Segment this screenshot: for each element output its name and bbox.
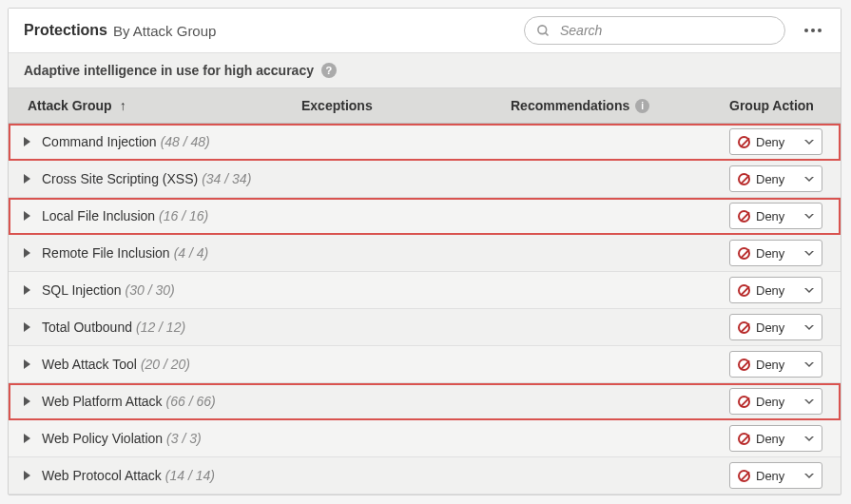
group-action-label: Deny — [756, 172, 784, 186]
more-menu-button[interactable] — [801, 25, 825, 36]
attack-group-cell[interactable]: Web Platform Attack(66 / 66) — [16, 388, 301, 415]
deny-icon — [738, 284, 750, 297]
attack-group-count: (3 / 3) — [166, 431, 202, 446]
attack-group-name: Web Attack Tool — [42, 357, 137, 372]
group-action-select[interactable]: Deny — [729, 128, 822, 155]
group-action-cell: Deny — [729, 462, 825, 489]
attack-group-cell[interactable]: Command Injection(48 / 48) — [16, 128, 301, 155]
group-action-cell: Deny — [729, 203, 825, 229]
group-action-select[interactable]: Deny — [729, 240, 822, 266]
page-title-main: Protections — [24, 22, 107, 39]
attack-group-name: Total Outbound — [42, 320, 132, 335]
sort-ascending-icon: ↑ — [120, 98, 126, 113]
group-action-select[interactable]: Deny — [729, 277, 822, 303]
table-row: Web Attack Tool(20 / 20)Deny — [9, 346, 841, 383]
group-action-cell: Deny — [729, 240, 825, 266]
protections-panel: Protections By Attack Group Adaptive int… — [8, 8, 841, 495]
attack-group-cell[interactable]: Cross Site Scripting (XSS)(34 / 34) — [16, 165, 301, 192]
group-action-cell: Deny — [729, 314, 825, 340]
expand-icon[interactable] — [24, 471, 30, 480]
attack-group-count: (34 / 34) — [202, 171, 251, 186]
group-action-cell: Deny — [729, 351, 825, 378]
attack-group-name: Local File Inclusion — [42, 208, 155, 223]
adaptive-intelligence-text: Adaptive intelligence in use for high ac… — [24, 63, 314, 78]
group-action-label: Deny — [756, 320, 784, 335]
group-action-cell: Deny — [729, 128, 825, 155]
attack-group-name: SQL Injection — [42, 282, 122, 298]
table-row: Total Outbound(12 / 12)Deny — [9, 309, 841, 346]
attack-group-count: (30 / 30) — [126, 282, 175, 298]
attack-group-name: Web Protocol Attack — [42, 468, 162, 483]
group-action-select[interactable]: Deny — [729, 351, 822, 378]
chevron-down-icon — [804, 362, 814, 367]
chevron-down-icon — [804, 251, 814, 256]
table-row: Web Protocol Attack(14 / 14)Deny — [9, 457, 841, 494]
group-action-label: Deny — [756, 246, 784, 261]
attack-group-cell[interactable]: Local File Inclusion(16 / 16) — [16, 203, 301, 229]
group-action-select[interactable]: Deny — [729, 203, 822, 229]
attack-group-count: (48 / 48) — [161, 134, 210, 149]
expand-icon[interactable] — [24, 137, 30, 146]
attack-group-count: (4 / 4) — [174, 245, 209, 261]
group-action-cell: Deny — [729, 277, 825, 303]
table-header-row: Attack Group ↑ Exceptions Recommendation… — [9, 88, 841, 124]
attack-group-cell[interactable]: Web Attack Tool(20 / 20) — [16, 351, 301, 378]
table-row: Local File Inclusion(16 / 16)Deny — [9, 198, 841, 235]
attack-group-count: (12 / 12) — [136, 320, 185, 335]
group-action-select[interactable]: Deny — [729, 314, 822, 340]
group-action-cell: Deny — [729, 425, 825, 452]
attack-group-cell[interactable]: SQL Injection(30 / 30) — [16, 277, 301, 303]
attack-group-cell[interactable]: Remote File Inclusion(4 / 4) — [16, 240, 301, 266]
info-icon[interactable]: i — [635, 99, 649, 113]
group-action-select[interactable]: Deny — [729, 425, 822, 452]
search-input[interactable] — [558, 22, 773, 39]
attack-group-count: (66 / 66) — [166, 394, 216, 409]
attack-group-name: Remote File Inclusion — [42, 245, 170, 261]
table-row: SQL Injection(30 / 30)Deny — [9, 272, 841, 309]
table-row: Web Policy Violation(3 / 3)Deny — [9, 420, 841, 457]
table-body: Command Injection(48 / 48)DenyCross Site… — [9, 124, 841, 494]
expand-icon[interactable] — [24, 359, 30, 369]
expand-icon[interactable] — [24, 397, 30, 406]
expand-icon[interactable] — [24, 248, 30, 258]
group-action-label: Deny — [756, 209, 784, 223]
chevron-down-icon — [804, 436, 814, 441]
help-icon[interactable]: ? — [321, 63, 337, 78]
expand-icon[interactable] — [24, 434, 30, 443]
group-action-cell: Deny — [729, 165, 825, 192]
svg-point-0 — [538, 25, 547, 33]
group-action-label: Deny — [756, 135, 784, 149]
page-title-sub: By Attack Group — [113, 23, 216, 39]
deny-icon — [738, 321, 750, 334]
column-attack-group[interactable]: Attack Group ↑ — [16, 98, 301, 113]
adaptive-intelligence-banner: Adaptive intelligence in use for high ac… — [9, 53, 841, 88]
table-row: Command Injection(48 / 48)Deny — [9, 124, 841, 161]
attack-group-cell[interactable]: Web Protocol Attack(14 / 14) — [16, 462, 301, 489]
group-action-label: Deny — [756, 469, 784, 483]
group-action-label: Deny — [756, 395, 784, 409]
chevron-down-icon — [804, 177, 814, 182]
attack-group-name: Web Platform Attack — [42, 394, 163, 409]
expand-icon[interactable] — [24, 322, 30, 332]
attack-group-count: (20 / 20) — [141, 357, 190, 372]
search-input-wrap[interactable] — [524, 16, 785, 45]
column-group-action[interactable]: Group Action — [729, 98, 825, 113]
table-row: Cross Site Scripting (XSS)(34 / 34)Deny — [9, 161, 841, 198]
group-action-label: Deny — [756, 358, 784, 372]
column-exceptions[interactable]: Exceptions — [301, 98, 511, 113]
group-action-select[interactable]: Deny — [729, 462, 822, 489]
attack-group-cell[interactable]: Web Policy Violation(3 / 3) — [16, 425, 301, 452]
chevron-down-icon — [804, 288, 814, 293]
group-action-select[interactable]: Deny — [729, 165, 822, 192]
attack-group-name: Command Injection — [42, 134, 157, 149]
expand-icon[interactable] — [24, 285, 30, 295]
attack-group-cell[interactable]: Total Outbound(12 / 12) — [16, 314, 301, 340]
chevron-down-icon — [804, 399, 814, 404]
group-action-select[interactable]: Deny — [729, 388, 822, 415]
expand-icon[interactable] — [24, 174, 30, 184]
deny-icon — [738, 210, 750, 223]
attack-group-count: (16 / 16) — [159, 208, 208, 223]
expand-icon[interactable] — [24, 211, 30, 221]
deny-icon — [738, 396, 750, 408]
column-recommendations[interactable]: Recommendations i — [511, 98, 729, 113]
